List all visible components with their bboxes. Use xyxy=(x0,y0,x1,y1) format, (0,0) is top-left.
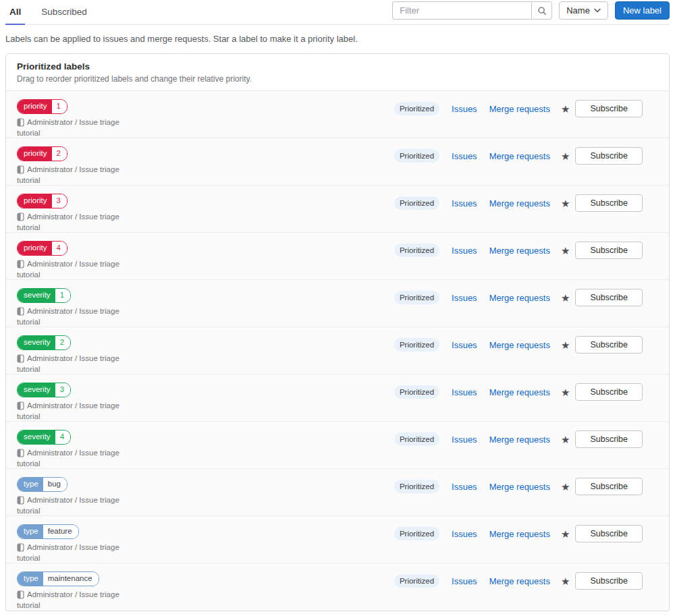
project-icon xyxy=(17,213,24,221)
project-path: Administrator / Issue triage xyxy=(17,118,119,127)
label-scope: severity xyxy=(18,383,55,397)
subscribe-button[interactable]: Subscribe xyxy=(575,478,643,495)
merge-requests-link[interactable]: Merge requests xyxy=(489,293,550,303)
scoped-label-badge[interactable]: priority 1 xyxy=(17,99,68,114)
scoped-label-badge[interactable]: severity 2 xyxy=(17,335,71,350)
star-icon[interactable]: ★ xyxy=(560,103,571,115)
star-icon[interactable]: ★ xyxy=(560,244,571,257)
merge-requests-link[interactable]: Merge requests xyxy=(489,340,550,350)
scoped-label-badge[interactable]: priority 2 xyxy=(17,146,68,161)
merge-requests-link[interactable]: Merge requests xyxy=(489,198,550,208)
merge-requests-link[interactable]: Merge requests xyxy=(489,387,550,397)
merge-requests-link[interactable]: Merge requests xyxy=(489,482,550,492)
star-icon[interactable]: ★ xyxy=(560,433,571,446)
label-scope: severity xyxy=(18,430,55,444)
star-icon[interactable]: ★ xyxy=(560,150,571,163)
kebab-menu-icon[interactable] xyxy=(654,343,659,347)
label-row-actions: Prioritized Issues Merge requests ★ Subs… xyxy=(394,525,659,542)
subscribe-button[interactable]: Subscribe xyxy=(575,525,643,542)
subscribe-button[interactable]: Subscribe xyxy=(575,147,643,165)
kebab-menu-icon[interactable] xyxy=(654,532,659,536)
subscribe-button[interactable]: Subscribe xyxy=(575,430,643,448)
merge-requests-link[interactable]: Merge requests xyxy=(489,104,550,114)
merge-requests-link[interactable]: Merge requests xyxy=(489,529,550,539)
label-value: 1 xyxy=(55,289,70,302)
project-path: Administrator / Issue triage xyxy=(17,449,119,457)
kebab-menu-icon[interactable] xyxy=(654,437,659,441)
issues-link[interactable]: Issues xyxy=(452,387,477,397)
subscribe-button[interactable]: Subscribe xyxy=(575,383,643,401)
new-label-button[interactable]: New label xyxy=(615,1,670,20)
project-path: Administrator / Issue triage xyxy=(17,213,119,221)
prioritized-badge: Prioritized xyxy=(394,480,439,493)
star-icon[interactable]: ★ xyxy=(560,386,571,399)
label-row-actions: Prioritized Issues Merge requests ★ Subs… xyxy=(394,289,659,306)
project-icon xyxy=(17,590,24,599)
scoped-label-badge[interactable]: type maintenance xyxy=(17,571,99,586)
subscribe-button[interactable]: Subscribe xyxy=(575,289,643,306)
scoped-label-badge[interactable]: priority 3 xyxy=(17,194,68,208)
subscribe-button[interactable]: Subscribe xyxy=(575,336,643,354)
kebab-menu-icon[interactable] xyxy=(654,579,659,583)
kebab-menu-icon[interactable] xyxy=(654,201,659,205)
issues-link[interactable]: Issues xyxy=(452,529,477,539)
search-icon xyxy=(537,6,547,16)
star-icon[interactable]: ★ xyxy=(560,480,571,493)
star-icon[interactable]: ★ xyxy=(560,197,571,210)
scoped-label-badge[interactable]: type bug xyxy=(17,477,68,492)
prioritized-labels-card: Prioritized labels Drag to reorder prior… xyxy=(5,53,670,611)
issues-link[interactable]: Issues xyxy=(452,104,477,114)
issues-link[interactable]: Issues xyxy=(452,293,477,303)
scoped-label-badge[interactable]: priority 4 xyxy=(17,241,68,256)
search-button[interactable] xyxy=(531,1,552,20)
tab-subscribed[interactable]: Subscribed xyxy=(37,0,91,25)
subscribe-button[interactable]: Subscribe xyxy=(575,242,643,259)
issues-link[interactable]: Issues xyxy=(452,151,477,161)
issues-link[interactable]: Issues xyxy=(452,246,477,256)
issues-link[interactable]: Issues xyxy=(452,435,477,445)
label-row: severity 4 Administrator / Issue triage … xyxy=(6,422,669,469)
project-path-text: Administrator / Issue triage xyxy=(27,401,119,410)
prioritized-badge: Prioritized xyxy=(394,527,439,540)
kebab-menu-icon[interactable] xyxy=(654,107,659,111)
sort-dropdown[interactable]: Name xyxy=(559,1,608,20)
project-path-continued: tutorial xyxy=(17,223,119,231)
star-icon[interactable]: ★ xyxy=(560,528,571,540)
subscribe-button[interactable]: Subscribe xyxy=(575,194,643,212)
scoped-label-badge[interactable]: type feature xyxy=(17,524,79,539)
label-row: priority 4 Administrator / Issue triage … xyxy=(6,233,669,280)
prioritized-badge: Prioritized xyxy=(394,102,439,115)
issues-link[interactable]: Issues xyxy=(452,198,477,208)
kebab-menu-icon[interactable] xyxy=(654,154,659,158)
issues-link[interactable]: Issues xyxy=(452,482,477,492)
star-icon[interactable]: ★ xyxy=(560,575,571,588)
issues-link[interactable]: Issues xyxy=(452,340,477,350)
subscribe-button[interactable]: Subscribe xyxy=(575,100,643,117)
kebab-menu-icon[interactable] xyxy=(654,390,659,394)
label-value: 2 xyxy=(55,336,70,349)
tab-all[interactable]: All xyxy=(5,0,25,25)
kebab-menu-icon[interactable] xyxy=(654,296,659,300)
label-row-left: priority 2 Administrator / Issue triage … xyxy=(17,146,119,184)
kebab-menu-icon[interactable] xyxy=(654,248,659,252)
merge-requests-link[interactable]: Merge requests xyxy=(489,576,550,586)
scoped-label-badge[interactable]: severity 1 xyxy=(17,288,71,303)
star-icon[interactable]: ★ xyxy=(560,291,571,304)
card-subtitle: Drag to reorder prioritized labels and c… xyxy=(17,74,658,84)
subscribe-button[interactable]: Subscribe xyxy=(575,572,643,590)
project-path: Administrator / Issue triage xyxy=(17,401,119,410)
project-path-continued: tutorial xyxy=(17,507,119,515)
filter-input[interactable] xyxy=(392,1,531,20)
star-icon[interactable]: ★ xyxy=(560,339,571,352)
prioritized-badge: Prioritized xyxy=(394,338,439,352)
merge-requests-link[interactable]: Merge requests xyxy=(489,435,550,445)
issues-link[interactable]: Issues xyxy=(452,576,477,586)
label-row-actions: Prioritized Issues Merge requests ★ Subs… xyxy=(394,242,659,259)
prioritized-badge: Prioritized xyxy=(394,291,439,304)
kebab-menu-icon[interactable] xyxy=(654,484,659,488)
merge-requests-link[interactable]: Merge requests xyxy=(489,151,550,161)
label-value: bug xyxy=(43,478,67,491)
scoped-label-badge[interactable]: severity 4 xyxy=(17,430,71,445)
merge-requests-link[interactable]: Merge requests xyxy=(489,246,550,256)
scoped-label-badge[interactable]: severity 3 xyxy=(17,383,71,397)
